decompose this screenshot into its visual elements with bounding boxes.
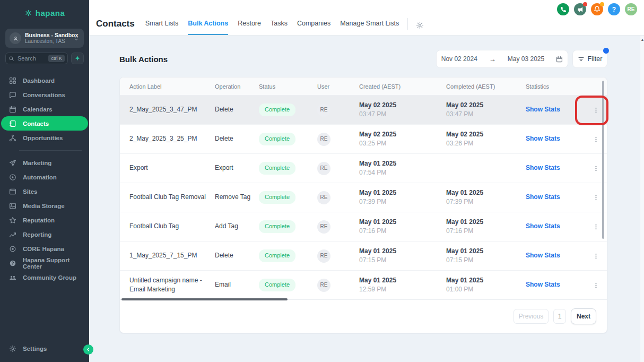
table-row: Football Club Tag Add Tag Complete RE Ma… (120, 212, 607, 242)
sidebar-item-reputation[interactable]: Reputation (0, 213, 89, 227)
row-menu-kebab-icon[interactable] (589, 223, 603, 230)
user-avatar[interactable]: RE (625, 3, 637, 15)
show-stats-link[interactable]: Show Stats (526, 252, 560, 259)
page-scrollbar[interactable]: ▲ (640, 36, 644, 362)
tab-tasks[interactable]: Tasks (271, 20, 288, 35)
previous-page-button[interactable]: Previous (514, 309, 549, 324)
row-menu-kebab-icon[interactable] (589, 194, 603, 201)
table-row: 1_May_2025_7_15_PM Delete Complete RE Ma… (120, 242, 607, 271)
table-horizontal-scrollbar[interactable] (121, 298, 288, 300)
sidebar-item-label: Marketing (23, 160, 51, 166)
show-stats-link[interactable]: Show Stats (526, 106, 560, 113)
cell-created: May 01 2025 07:39 PM (359, 188, 446, 207)
business-selector[interactable]: Business - Sandbox Launceston, TAS (5, 29, 84, 48)
sidebar-item-marketing[interactable]: Marketing (0, 156, 89, 170)
search-placeholder: Search (18, 55, 45, 62)
sidebar-item-media-storage[interactable]: Media Storage (0, 199, 89, 213)
user-avatar-badge: RE (317, 133, 330, 146)
cell-operation: Delete (215, 134, 259, 143)
page-number-button[interactable]: 1 (553, 309, 566, 324)
cell-created: May 02 2025 03:25 PM (359, 130, 446, 149)
scroll-up-arrow-icon: ▲ (640, 38, 644, 41)
business-location: Launceston, TAS (25, 38, 69, 45)
table-vertical-scrollbar[interactable] (602, 81, 604, 239)
tab-manage-smart-lists[interactable]: Manage Smart Lists (340, 20, 399, 35)
sidebar-item-automation[interactable]: Automation (0, 170, 89, 184)
sidebar-item-calendars[interactable]: Calendars (0, 102, 89, 116)
cell-operation: Delete (215, 251, 259, 260)
row-menu-kebab-icon[interactable] (589, 107, 603, 114)
sidebar-item-label: Conversations (23, 92, 65, 98)
show-stats-link[interactable]: Show Stats (526, 222, 560, 230)
status-badge: Complete (259, 220, 295, 233)
contacts-icon (8, 120, 17, 127)
gear-icon (8, 345, 17, 352)
grid-icon (8, 77, 17, 84)
sidebar-item-contacts[interactable]: Contacts (1, 116, 88, 131)
tabbar-divider (407, 18, 408, 30)
hapana-logo-icon (24, 9, 32, 17)
sidebar-item-hapana-support-center[interactable]: Hapana Support Center (0, 256, 89, 270)
calendar-icon (8, 106, 17, 113)
tab-restore[interactable]: Restore (238, 20, 261, 35)
send-icon (8, 159, 17, 167)
chat-icon (8, 91, 17, 99)
sidebar-menu-primary: Dashboard Conversations Calendars Contac… (0, 73, 89, 145)
brand-name: hapana (36, 8, 65, 18)
cell-created: May 01 2025 07:15 PM (359, 247, 446, 265)
sidebar-item-sites[interactable]: Sites (0, 184, 89, 199)
sidebar-item-conversations[interactable]: Conversations (0, 88, 89, 102)
sidebar-collapse-button[interactable] (83, 344, 93, 355)
sidebar-item-reporting[interactable]: Reporting (0, 227, 89, 242)
cell-operation: Delete (215, 105, 259, 114)
search-input[interactable]: Search ctrl K (5, 53, 68, 64)
sidebar-item-label: CORE Hapana (23, 246, 64, 252)
phone-button[interactable] (557, 3, 569, 15)
show-stats-link[interactable]: Show Stats (526, 281, 560, 288)
notification-dot-red (583, 2, 587, 6)
row-menu-kebab-icon[interactable] (589, 253, 603, 260)
announcements-button[interactable] (574, 3, 586, 15)
show-stats-link[interactable]: Show Stats (526, 164, 560, 171)
sidebar-item-label: Calendars (23, 106, 53, 113)
filter-button[interactable]: Filter (572, 50, 607, 68)
row-menu-kebab-icon[interactable] (589, 165, 603, 172)
cell-completed: May 02 2025 03:26 PM (446, 130, 526, 149)
tab-bulk-actions[interactable]: Bulk Actions (188, 20, 228, 35)
help-button[interactable]: ? (608, 3, 620, 15)
cell-created: May 01 2025 07:16 PM (359, 218, 446, 236)
sidebar-item-dashboard[interactable]: Dashboard (0, 73, 89, 88)
row-menu-kebab-icon[interactable] (589, 136, 603, 143)
cell-operation: Add Tag (215, 222, 259, 231)
core-icon (8, 245, 17, 253)
sidebar-item-settings[interactable]: Settings (0, 341, 89, 356)
filter-icon (578, 56, 585, 63)
smartlist-settings-gear-icon[interactable] (416, 21, 424, 35)
notifications-button[interactable] (591, 3, 603, 15)
cell-completed: May 01 2025 07:15 PM (446, 247, 526, 265)
column-header-statistics: Statistics (526, 83, 589, 90)
chevron-left-icon (85, 347, 91, 352)
sidebar-item-community-group[interactable]: Community Group (0, 270, 89, 285)
pagination: Previous 1 Next (120, 299, 607, 333)
tab-smart-lists[interactable]: Smart Lists (145, 20, 179, 35)
sparkle-icon (74, 55, 81, 62)
sidebar-item-label: Dashboard (23, 77, 55, 84)
date-range-picker[interactable]: Nov 02 2024 → May 03 2025 (436, 50, 568, 68)
show-stats-link[interactable]: Show Stats (526, 135, 560, 142)
search-shortcut-badge: ctrl K (48, 55, 65, 62)
people-icon (8, 274, 17, 281)
column-header-status: Status (259, 83, 317, 90)
next-page-button[interactable]: Next (571, 308, 596, 324)
show-stats-link[interactable]: Show Stats (526, 193, 560, 201)
user-avatar-badge: RE (317, 220, 330, 234)
ai-assistant-button[interactable] (71, 53, 84, 64)
sidebar-item-label: Sites (23, 188, 38, 195)
row-menu-kebab-icon[interactable] (589, 282, 603, 289)
sidebar-item-opportunities[interactable]: Opportunities (0, 131, 89, 145)
sidebar-item-core-hapana[interactable]: CORE Hapana (0, 242, 89, 256)
date-end: May 03 2025 (508, 55, 544, 63)
question-icon: ? (612, 6, 616, 13)
table-row: Untitled campaign name - Email Marketing… (120, 271, 607, 300)
tab-companies[interactable]: Companies (297, 20, 330, 35)
